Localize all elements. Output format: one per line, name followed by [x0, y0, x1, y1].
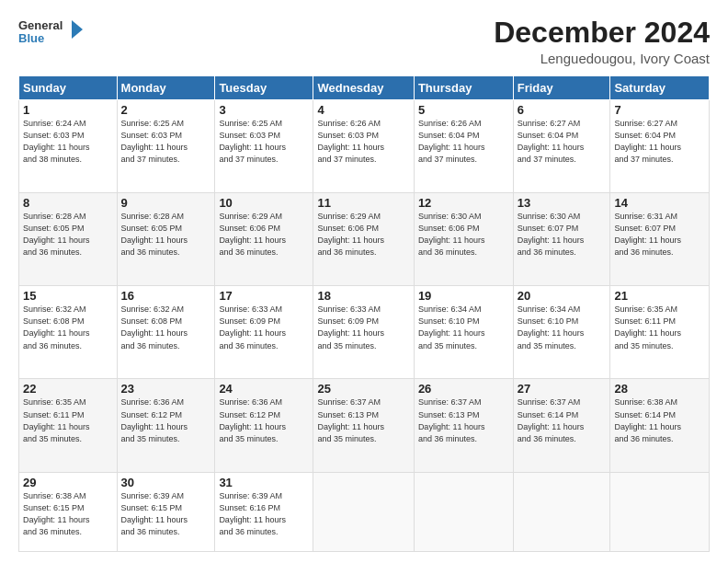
col-tuesday: Tuesday — [215, 76, 313, 100]
table-row: 18Sunrise: 6:33 AMSunset: 6:09 PMDayligh… — [313, 286, 414, 379]
table-row: 13Sunrise: 6:30 AMSunset: 6:07 PMDayligh… — [513, 193, 610, 286]
svg-text:Blue: Blue — [18, 31, 44, 45]
day-info: Sunrise: 6:35 AMSunset: 6:11 PMDaylight:… — [23, 397, 90, 442]
day-info: Sunrise: 6:27 AMSunset: 6:04 PMDaylight:… — [518, 119, 585, 164]
day-number: 7 — [614, 103, 705, 117]
day-number: 16 — [121, 289, 211, 303]
day-number: 21 — [614, 289, 705, 303]
day-info: Sunrise: 6:38 AMSunset: 6:15 PMDaylight:… — [23, 491, 90, 536]
day-number: 30 — [121, 476, 211, 489]
table-row: 31Sunrise: 6:39 AMSunset: 6:16 PMDayligh… — [215, 472, 313, 551]
col-friday: Friday — [513, 76, 610, 100]
calendar-subtitle: Lenguedougou, Ivory Coast — [494, 51, 710, 66]
top-section: General Blue December 2024 Lenguedougou,… — [18, 17, 710, 66]
table-row: 7Sunrise: 6:27 AMSunset: 6:04 PMDaylight… — [610, 100, 710, 193]
col-saturday: Saturday — [610, 76, 710, 100]
table-row: 29Sunrise: 6:38 AMSunset: 6:15 PMDayligh… — [19, 472, 118, 551]
title-area: December 2024 Lenguedougou, Ivory Coast — [494, 17, 710, 66]
calendar-table: Sunday Monday Tuesday Wednesday Thursday… — [18, 75, 710, 552]
day-info: Sunrise: 6:25 AMSunset: 6:03 PMDaylight:… — [219, 119, 286, 164]
day-info: Sunrise: 6:29 AMSunset: 6:06 PMDaylight:… — [317, 212, 384, 257]
table-row: 16Sunrise: 6:32 AMSunset: 6:08 PMDayligh… — [117, 286, 215, 379]
table-row: 5Sunrise: 6:26 AMSunset: 6:04 PMDaylight… — [414, 100, 513, 193]
table-row: 24Sunrise: 6:36 AMSunset: 6:12 PMDayligh… — [215, 379, 313, 472]
table-row: 15Sunrise: 6:32 AMSunset: 6:08 PMDayligh… — [19, 286, 118, 379]
table-row: 2Sunrise: 6:25 AMSunset: 6:03 PMDaylight… — [117, 100, 215, 193]
table-row: 27Sunrise: 6:37 AMSunset: 6:14 PMDayligh… — [513, 379, 610, 472]
day-info: Sunrise: 6:34 AMSunset: 6:10 PMDaylight:… — [418, 304, 485, 350]
table-row: 21Sunrise: 6:35 AMSunset: 6:11 PMDayligh… — [610, 286, 710, 379]
day-info: Sunrise: 6:30 AMSunset: 6:07 PMDaylight:… — [518, 212, 585, 257]
day-info: Sunrise: 6:26 AMSunset: 6:03 PMDaylight:… — [317, 119, 384, 164]
day-number: 18 — [317, 289, 409, 303]
day-info: Sunrise: 6:28 AMSunset: 6:05 PMDaylight:… — [121, 212, 188, 257]
header-row: Sunday Monday Tuesday Wednesday Thursday… — [19, 76, 710, 100]
day-info: Sunrise: 6:32 AMSunset: 6:08 PMDaylight:… — [23, 304, 90, 350]
table-row: 26Sunrise: 6:37 AMSunset: 6:13 PMDayligh… — [414, 379, 513, 472]
day-number: 25 — [317, 382, 409, 396]
day-number: 10 — [219, 196, 309, 210]
calendar-page: General Blue December 2024 Lenguedougou,… — [0, 0, 728, 563]
day-number: 13 — [518, 196, 607, 210]
col-thursday: Thursday — [414, 76, 513, 100]
day-number: 6 — [518, 103, 607, 117]
day-number: 4 — [317, 103, 409, 117]
table-row: 10Sunrise: 6:29 AMSunset: 6:06 PMDayligh… — [215, 193, 313, 286]
table-row: 17Sunrise: 6:33 AMSunset: 6:09 PMDayligh… — [215, 286, 313, 379]
table-row — [610, 472, 710, 551]
day-info: Sunrise: 6:24 AMSunset: 6:03 PMDaylight:… — [23, 119, 90, 164]
col-monday: Monday — [117, 76, 215, 100]
day-number: 14 — [614, 196, 705, 210]
svg-marker-2 — [72, 20, 83, 39]
table-row: 22Sunrise: 6:35 AMSunset: 6:11 PMDayligh… — [19, 379, 118, 472]
day-info: Sunrise: 6:31 AMSunset: 6:07 PMDaylight:… — [614, 212, 681, 257]
logo-svg: General Blue — [18, 17, 83, 52]
table-row: 20Sunrise: 6:34 AMSunset: 6:10 PMDayligh… — [513, 286, 610, 379]
day-info: Sunrise: 6:33 AMSunset: 6:09 PMDaylight:… — [317, 304, 384, 350]
col-sunday: Sunday — [19, 76, 118, 100]
day-number: 1 — [23, 103, 113, 117]
day-info: Sunrise: 6:33 AMSunset: 6:09 PMDaylight:… — [219, 304, 286, 350]
day-info: Sunrise: 6:36 AMSunset: 6:12 PMDaylight:… — [121, 397, 188, 442]
day-number: 11 — [317, 196, 409, 210]
table-row — [414, 472, 513, 551]
col-wednesday: Wednesday — [313, 76, 414, 100]
table-row: 11Sunrise: 6:29 AMSunset: 6:06 PMDayligh… — [313, 193, 414, 286]
day-number: 28 — [614, 382, 705, 396]
table-row — [313, 472, 414, 551]
day-info: Sunrise: 6:38 AMSunset: 6:14 PMDaylight:… — [614, 397, 681, 442]
day-number: 23 — [121, 382, 211, 396]
day-number: 26 — [418, 382, 509, 396]
svg-text:General: General — [18, 18, 63, 32]
calendar-title: December 2024 — [494, 17, 710, 49]
day-number: 9 — [121, 196, 211, 210]
day-info: Sunrise: 6:39 AMSunset: 6:15 PMDaylight:… — [121, 491, 188, 536]
day-number: 3 — [219, 103, 309, 117]
day-info: Sunrise: 6:36 AMSunset: 6:12 PMDaylight:… — [219, 397, 286, 442]
table-row: 8Sunrise: 6:28 AMSunset: 6:05 PMDaylight… — [19, 193, 118, 286]
day-info: Sunrise: 6:37 AMSunset: 6:14 PMDaylight:… — [518, 397, 585, 442]
day-number: 8 — [23, 196, 113, 210]
day-number: 19 — [418, 289, 509, 303]
day-info: Sunrise: 6:29 AMSunset: 6:06 PMDaylight:… — [219, 212, 286, 257]
day-info: Sunrise: 6:34 AMSunset: 6:10 PMDaylight:… — [518, 304, 585, 350]
day-number: 12 — [418, 196, 509, 210]
table-row — [513, 472, 610, 551]
table-row: 28Sunrise: 6:38 AMSunset: 6:14 PMDayligh… — [610, 379, 710, 472]
day-number: 24 — [219, 382, 309, 396]
day-info: Sunrise: 6:32 AMSunset: 6:08 PMDaylight:… — [121, 304, 188, 350]
day-number: 5 — [418, 103, 509, 117]
day-info: Sunrise: 6:26 AMSunset: 6:04 PMDaylight:… — [418, 119, 485, 164]
table-row: 1Sunrise: 6:24 AMSunset: 6:03 PMDaylight… — [19, 100, 118, 193]
table-row: 14Sunrise: 6:31 AMSunset: 6:07 PMDayligh… — [610, 193, 710, 286]
day-number: 27 — [518, 382, 607, 396]
day-info: Sunrise: 6:37 AMSunset: 6:13 PMDaylight:… — [418, 397, 485, 442]
table-row: 6Sunrise: 6:27 AMSunset: 6:04 PMDaylight… — [513, 100, 610, 193]
table-row: 4Sunrise: 6:26 AMSunset: 6:03 PMDaylight… — [313, 100, 414, 193]
day-number: 17 — [219, 289, 309, 303]
day-number: 15 — [23, 289, 113, 303]
day-info: Sunrise: 6:25 AMSunset: 6:03 PMDaylight:… — [121, 119, 188, 164]
logo-area: General Blue — [18, 17, 83, 52]
day-number: 22 — [23, 382, 113, 396]
day-info: Sunrise: 6:35 AMSunset: 6:11 PMDaylight:… — [614, 304, 681, 350]
